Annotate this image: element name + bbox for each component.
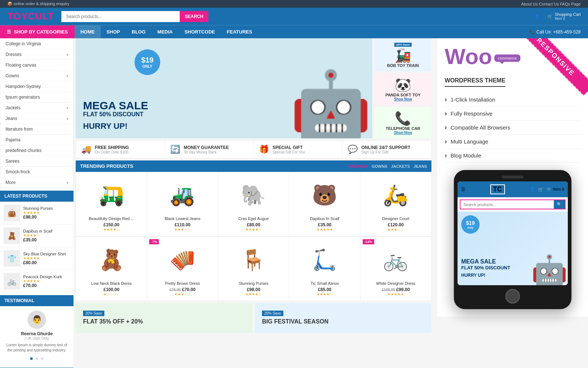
list-item[interactable]: Smock-frock bbox=[0, 167, 73, 177]
list-item[interactable]: Sarees bbox=[0, 156, 73, 167]
table-row[interactable]: 🚜 Black Lowest Jeans £110.00 ★★★☆☆ bbox=[147, 172, 218, 236]
products-grid-row2: 🧸 Low Neck Black Dress £100.00 ★☆☆☆☆ -7%… bbox=[76, 237, 431, 301]
search-bar: SEARCH bbox=[61, 11, 208, 22]
list-item[interactable]: predefined chunks bbox=[0, 145, 73, 156]
category-link[interactable]: literature from bbox=[0, 124, 73, 134]
shop-now-link[interactable]: Shop Now bbox=[378, 131, 428, 135]
product-image: 👜 bbox=[4, 205, 20, 221]
old-price: £76.00 bbox=[169, 288, 181, 292]
logo: TOYCULT bbox=[7, 11, 54, 22]
category-link[interactable]: Jackets› bbox=[0, 103, 73, 113]
list-item[interactable]: 🚲 Peacock Design Kurti ★★★★★ £70.00 bbox=[0, 270, 74, 293]
category-link[interactable]: Dresses› bbox=[0, 49, 73, 60]
category-link[interactable]: More› bbox=[0, 177, 73, 188]
latest-products-section: LATEST PRODUCTS 👜 Stunning Purses ★★★★★ … bbox=[0, 191, 74, 293]
responsive-ribbon: RESPONSIVE bbox=[517, 38, 588, 96]
product-price: £80.00 bbox=[223, 222, 284, 227]
save-badge: 20% Save bbox=[394, 43, 412, 47]
product-image: 🚲 bbox=[4, 273, 20, 290]
dot-1[interactable] bbox=[30, 357, 33, 360]
shop-now-link[interactable]: Shop Now bbox=[378, 97, 428, 101]
phone-search-input[interactable] bbox=[460, 200, 554, 209]
nav-home[interactable]: HOME bbox=[75, 25, 101, 38]
nav-features[interactable]: FEATURES bbox=[221, 25, 258, 38]
category-link[interactable]: College in Virginia bbox=[0, 39, 73, 49]
phone-search-button[interactable]: 🔍 bbox=[554, 200, 565, 209]
product-price: £98.00 bbox=[223, 287, 284, 292]
search-input[interactable] bbox=[61, 11, 179, 22]
category-link[interactable]: Jeans› bbox=[0, 113, 73, 124]
list-item: Blog Module bbox=[445, 149, 581, 163]
dot-2[interactable] bbox=[36, 357, 38, 360]
list-item[interactable]: Floating canvas bbox=[0, 60, 73, 71]
list-item[interactable]: College in Virginia bbox=[0, 39, 73, 49]
category-link[interactable]: predefined chunks bbox=[0, 145, 73, 156]
banner-title: TELEPHONE CAR bbox=[378, 126, 428, 131]
tab-dresses[interactable]: DRESSES bbox=[349, 164, 368, 169]
dot-3[interactable] bbox=[41, 357, 43, 360]
table-row[interactable]: 🪑 Stunning Purses £98.00 ★★★★☆ bbox=[218, 237, 289, 301]
nav-shortcode[interactable]: SHORTCODE bbox=[179, 25, 221, 38]
table-row[interactable]: 🐻 Dapibus In Scalf £35.00 ★★★★★ bbox=[289, 172, 360, 236]
cart-count: Item 0 bbox=[555, 17, 581, 21]
user-icon[interactable]: 👤 bbox=[534, 14, 540, 19]
faqs-link[interactable]: FAQs Page bbox=[560, 2, 581, 6]
table-row[interactable]: -14% 🚲 White Designer Dress £108.00 £99.… bbox=[361, 237, 431, 301]
product-name: Stunning Purses bbox=[23, 206, 53, 210]
list-item[interactable]: Jeans› bbox=[0, 113, 73, 124]
bottom-banner-1: 20% Save FLAT 35% OFF + 20% bbox=[76, 303, 252, 333]
phone-hero-discount: FLAT 50% DISCOUNT bbox=[461, 265, 510, 270]
tab-gowns[interactable]: GOWNS bbox=[372, 164, 387, 169]
tab-jeans[interactable]: JEANS bbox=[413, 164, 427, 169]
testimonial-section: TESTIMONIAL 👨 Reerna Ghurde | UK User On… bbox=[0, 295, 74, 365]
left-center-wrapper: College in Virginia Dresses› Floating ca… bbox=[0, 38, 434, 368]
category-link[interactable]: Gowns› bbox=[0, 71, 73, 81]
category-link[interactable]: Ipsum generators bbox=[0, 92, 73, 102]
about-link[interactable]: About Us bbox=[521, 2, 538, 6]
list-item[interactable]: literature from bbox=[0, 124, 73, 135]
product-stars: ★★★★★ bbox=[294, 227, 355, 231]
right-panel: RESPONSIVE Woo commerce WORDPRESS THEME … bbox=[434, 38, 588, 368]
category-link[interactable]: Pajama bbox=[0, 135, 73, 145]
category-link[interactable]: Sarees bbox=[0, 156, 73, 166]
table-row[interactable]: 🐘 Cras Eget Augue £80.00 ★★★★☆ bbox=[218, 172, 289, 236]
search-button[interactable]: SEARCH bbox=[180, 11, 209, 22]
hero-hurry: HURRY UP! bbox=[83, 121, 148, 131]
category-link[interactable]: Floating canvas bbox=[0, 60, 73, 70]
product-price: £108.00 £99.00 bbox=[365, 287, 427, 292]
table-row[interactable]: -7% 🪗 Pretty Brown Dress £76.00 £70.00 ★… bbox=[147, 237, 218, 301]
product-image: 🪗 bbox=[151, 241, 213, 278]
banner-emoji: 📞 bbox=[378, 111, 428, 126]
nav-shop[interactable]: SHOP bbox=[101, 25, 126, 38]
table-row[interactable]: 🧸 Low Neck Black Dress £100.00 ★☆☆☆☆ bbox=[76, 237, 147, 301]
list-item[interactable]: 👕 Sky Blue Designer Shirt ★★★★★ £80.00 bbox=[0, 247, 74, 270]
phone-home-button[interactable] bbox=[505, 289, 520, 304]
testimonial-text: Lorem Ipsum is simply dummy text of the … bbox=[4, 343, 69, 353]
trending-header: TRENDING PRODUCTS DRESSES GOWNS JACKETS … bbox=[76, 160, 431, 172]
tab-jackets[interactable]: JACKETS bbox=[391, 164, 410, 169]
category-link[interactable]: Hampden-Sydney bbox=[0, 81, 73, 92]
list-item[interactable]: More› bbox=[0, 177, 73, 188]
product-price: £100.00 bbox=[80, 287, 142, 292]
list-item[interactable]: Ipsum generators bbox=[0, 92, 73, 103]
list-item[interactable]: 👜 Stunning Purses ★★★★★ £98.00 bbox=[0, 202, 74, 224]
support-icon: 💬 bbox=[348, 145, 358, 154]
list-item[interactable]: Pajama bbox=[0, 135, 73, 145]
list-item[interactable]: Jackets› bbox=[0, 103, 73, 113]
list-item[interactable]: Dresses› bbox=[0, 49, 73, 60]
product-stars: ★★★★☆ bbox=[80, 227, 142, 231]
cart-widget[interactable]: 🛒 Shopping Cart Item 0 bbox=[547, 12, 581, 21]
nav-media[interactable]: MEDIA bbox=[151, 25, 179, 38]
table-row[interactable]: 🛵 Designer Court £120.00 ★★★☆☆ bbox=[361, 172, 431, 236]
avatar: 👨 bbox=[28, 311, 46, 329]
product-image: 🛺 bbox=[80, 177, 142, 213]
table-row[interactable]: 🛺 Beautifully Design Red ... £150.00 ★★★… bbox=[76, 172, 147, 236]
shop-by-categories[interactable]: ☰ SHOP BY CATEGORIES bbox=[0, 25, 75, 38]
list-item[interactable]: 🧸 Dapibus in Scalf ★★★★☆ £35.00 bbox=[0, 224, 74, 247]
contact-link[interactable]: Contact Us bbox=[539, 2, 559, 6]
table-row[interactable]: 🛴 Tic Small Alessi £85.00 ★★★★☆ bbox=[289, 237, 360, 301]
nav-blog[interactable]: BLOG bbox=[126, 25, 152, 38]
list-item[interactable]: Hampden-Sydney bbox=[0, 81, 73, 92]
category-link[interactable]: Smock-frock bbox=[0, 167, 73, 177]
list-item[interactable]: Gowns› bbox=[0, 71, 73, 81]
